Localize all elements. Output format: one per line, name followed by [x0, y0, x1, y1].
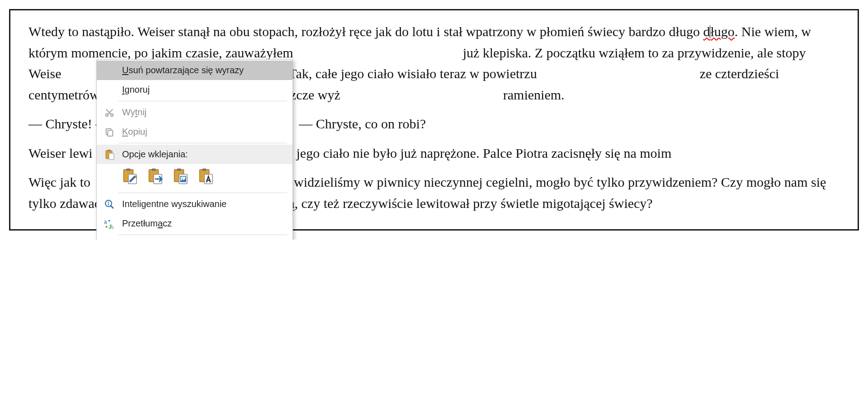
menu-separator: [118, 101, 287, 101]
body-text: — Chryste, co on robi?: [299, 116, 426, 131]
blank-icon: [103, 65, 116, 76]
menu-cut[interactable]: Wytnij: [97, 103, 292, 122]
menu-label: Usuń powtarzające się wyrazy: [122, 63, 286, 77]
menu-separator: [118, 193, 287, 193]
menu-translate[interactable]: a あ Przetłumacz: [97, 214, 292, 233]
paste-as-picture[interactable]: [170, 166, 191, 187]
menu-paste-options-header: Opcje wklejania:: [97, 145, 292, 164]
svg-rect-8: [127, 169, 131, 171]
svg-text:あ: あ: [108, 223, 114, 229]
paste-merge-formatting[interactable]: [145, 166, 165, 187]
svg-point-23: [108, 201, 109, 202]
error-text-pre: d: [703, 24, 710, 39]
svg-rect-24: [108, 203, 109, 205]
context-menu: Usuń powtarzające się wyrazy Ignoruj Wyt…: [96, 59, 293, 240]
blank-icon: [103, 84, 116, 96]
svg-rect-6: [109, 153, 114, 160]
svg-rect-14: [177, 169, 181, 171]
menu-label: Link: [122, 239, 286, 240]
repeated-word-error[interactable]: długo: [703, 24, 734, 39]
scissors-icon: [103, 107, 116, 118]
body-text: Wtedy to nastąpiło. Weiser stanął na obu…: [28, 24, 703, 39]
menu-delete-repeated-words[interactable]: Usuń powtarzające się wyrazy: [97, 61, 292, 80]
magnifier-info-icon: [103, 198, 116, 210]
paste-keep-source-formatting[interactable]: [119, 166, 140, 187]
menu-separator: [118, 235, 287, 235]
menu-ignore[interactable]: Ignoruj: [97, 80, 292, 99]
menu-separator: [118, 143, 287, 143]
menu-label: Wytnij: [122, 105, 286, 119]
paste-options-row: [97, 164, 292, 191]
menu-label: Ignoruj: [122, 83, 286, 97]
paste-icon: [103, 149, 116, 160]
svg-line-22: [111, 206, 113, 208]
menu-label: Kopiuj: [122, 125, 286, 139]
body-text: Weiser lewi: [28, 146, 93, 160]
menu-smart-lookup[interactable]: Inteligentne wyszukiwanie: [97, 194, 292, 214]
menu-label: Opcje wklejania:: [122, 147, 286, 161]
svg-rect-19: [203, 169, 207, 171]
svg-point-17: [181, 177, 183, 179]
copy-icon: [103, 126, 116, 138]
svg-text:a: a: [104, 219, 107, 225]
body-text: Więc jak to: [28, 174, 90, 189]
menu-label: Inteligentne wyszukiwanie: [122, 197, 286, 211]
body-text: ramieniem.: [503, 87, 565, 102]
svg-rect-11: [152, 169, 156, 171]
paste-text-only[interactable]: [195, 166, 216, 187]
svg-rect-3: [108, 130, 113, 136]
body-text: i jego ciało nie było już naprężone. Pal…: [289, 146, 672, 160]
menu-link[interactable]: Link: [97, 236, 292, 240]
translate-icon: a あ: [103, 218, 116, 230]
document-page: Wtedy to nastąpiło. Weiser stanął na obu…: [9, 9, 859, 231]
menu-copy[interactable]: Kopiuj: [97, 122, 292, 141]
menu-label: Przetłumacz: [122, 217, 286, 231]
svg-rect-5: [108, 150, 110, 151]
error-text-post: ługo: [710, 24, 734, 39]
